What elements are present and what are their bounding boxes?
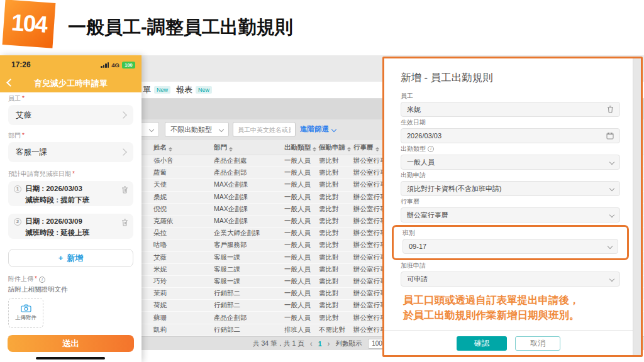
dialog-title: 新增 - 員工出勤規則 (401, 71, 620, 85)
shift-highlight-box: 班別 09-17 (392, 225, 629, 260)
mobile-form-title: 育兒減少工時申請單 (34, 78, 108, 89)
next-page-button[interactable]: › (328, 339, 330, 348)
tab-forms[interactable]: 單 New (143, 84, 170, 96)
cell-department: MAX企劃課 (214, 217, 284, 226)
calendar-select[interactable]: 辦公室行事曆 (401, 207, 620, 222)
cell-attendance-type: 一般人員 (284, 314, 319, 322)
dialog-gutter (633, 58, 641, 355)
date-section-label: 預計申請育兒減班日期* (8, 170, 133, 178)
cell-department: 客服一課 (214, 253, 284, 262)
annotation-text: 員工口頭或透過自訂表單提出申請後， 於員工出勤規則作業新增日期與班別。 (403, 292, 620, 322)
cell-name: 米妮 (142, 265, 214, 274)
cell-attendance-type: 一般人員 (284, 253, 319, 262)
cell-name: 桑妮 (142, 193, 214, 202)
attendance-request-select[interactable]: 須比對打卡資料(不含加班申請) (401, 181, 620, 196)
cell-name: 克羅依 (142, 217, 214, 226)
sort-icon (313, 147, 316, 151)
filter-value: 不限出勤類型 (170, 125, 212, 134)
tab-reports[interactable]: 報表 New (176, 84, 212, 96)
required-asterisk: * (22, 132, 25, 139)
cell-department: 客服二課 (214, 265, 284, 274)
cell-name: 蘿蔔 (142, 168, 214, 177)
dialog-footer: 確認 取消 (384, 330, 633, 351)
cancel-button[interactable]: 取消 (515, 336, 560, 351)
period-value: 減班時段 : 提前下班 (25, 195, 128, 205)
cell-department: 產品企劃部 (214, 314, 284, 322)
overtime-request-select[interactable]: 可申請 (401, 272, 620, 287)
status-time: 17:26 (11, 60, 31, 69)
attendance-type-label: 出勤類型i (401, 145, 620, 153)
attendance-rule-dialog: 新增 - 員工出勤規則 員工 米妮 生效日期 2026/03/03 (382, 57, 643, 357)
trash-icon[interactable] (121, 185, 128, 196)
effective-date-input[interactable]: 2026/03/03 (401, 128, 620, 143)
cell-attendance-type: 一般人員 (284, 277, 319, 286)
cell-leave-request: 需比對 (319, 277, 353, 286)
cell-department: MAX企劃課 (214, 205, 284, 214)
cell-attendance-type: 一般人員 (284, 168, 319, 177)
trash-icon[interactable] (607, 106, 614, 113)
cell-name: 張小音 (142, 156, 214, 165)
info-icon[interactable]: i (39, 277, 45, 283)
upload-label: 上傳附件 (15, 314, 36, 322)
prev-page-button[interactable]: ‹ (310, 339, 313, 348)
shift-select[interactable]: 09-17 (402, 239, 618, 254)
trash-icon[interactable] (121, 217, 128, 229)
column-header-name[interactable]: 姓名 (142, 143, 214, 152)
employee-picker[interactable]: 艾薇 (8, 105, 133, 125)
department-picker[interactable]: 客服一課 (8, 142, 133, 162)
cell-department: MAX企劃課 (214, 180, 284, 189)
employee-field-input[interactable]: 米妮 (401, 102, 620, 117)
current-page[interactable]: 1 (318, 340, 322, 348)
brand-logo-104: 104 (3, 0, 56, 48)
chevron-down-icon (608, 244, 613, 249)
submit-button[interactable]: 送出 (8, 335, 134, 352)
employee-search-input[interactable] (233, 122, 296, 137)
info-icon[interactable]: i (428, 146, 434, 152)
cell-name: 艾薇 (142, 253, 214, 262)
shift-field-label: 班別 (402, 229, 618, 237)
cell-department: 企業大師企劃課 (214, 229, 284, 238)
column-header-department[interactable]: 部門 (214, 143, 284, 152)
cell-leave-request: 需比對 (319, 289, 353, 298)
item-number-badge: 1 (14, 185, 21, 193)
attendance-request-label: 出勤申請 (401, 172, 620, 179)
column-header-attendance-type[interactable]: 出勤類型 (284, 143, 319, 152)
cell-department: MAX企劃課 (214, 193, 284, 202)
chevron-down-icon (609, 277, 614, 282)
chevron-down-icon (609, 186, 614, 191)
calendar-icon[interactable] (606, 132, 614, 140)
department-label: 部門* (8, 132, 133, 140)
sort-icon (375, 147, 379, 151)
date-value: 日期 : 2026/03/03 (25, 184, 82, 194)
slide-canvas: 104 一般員工-調整員工出勤規則 單 New 報表 New 不限出勤類型 (0, 0, 644, 362)
back-icon[interactable] (6, 79, 14, 87)
attendance-type-select[interactable]: 一般人員 (401, 155, 620, 170)
required-asterisk: * (72, 170, 75, 177)
period-value: 減班時段 : 延後上班 (25, 228, 128, 238)
confirm-button[interactable]: 確認 (457, 336, 507, 351)
cell-department: 行銷部二 (214, 289, 284, 298)
cell-leave-request: 需比對 (319, 205, 353, 214)
cell-department: 客服一課 (214, 277, 284, 286)
page-title: 一般員工-調整員工出勤規則 (68, 15, 293, 40)
mobile-app-screenshot: 17:26 4G 100 育兒減少工時申請單 員工* 艾薇 部門* 客服 (0, 55, 142, 362)
upload-attachment-button[interactable]: 上傳附件 (8, 298, 43, 328)
cell-attendance-type: 一般人員 (284, 289, 319, 298)
cell-name: 倪倪 (142, 205, 214, 214)
signal-icon (101, 62, 109, 68)
column-header-leave-request[interactable]: 假勤申請 (319, 143, 353, 152)
reduction-date-card-1: 1 日期 : 2026/03/03 減班時段 : 提前下班 (8, 181, 133, 206)
advanced-filter-label: 進階篩選 (300, 124, 329, 134)
cell-attendance-type: 一般人員 (284, 265, 319, 274)
cell-leave-request: 需比對 (319, 229, 353, 238)
add-date-button[interactable]: + 新增 (8, 249, 133, 267)
cell-attendance-type: 一般人員 (284, 229, 319, 238)
advanced-filter-link[interactable]: 進階篩選 (300, 124, 336, 134)
sort-icon (347, 147, 351, 151)
new-badge: New (154, 86, 170, 94)
chevron-down-icon (331, 126, 336, 131)
pagination-summary: 共 34 筆，共 1 頁 (253, 339, 304, 348)
attendance-type-filter-dropdown[interactable]: 不限出勤類型 (165, 122, 229, 137)
sort-icon (169, 147, 172, 151)
required-asterisk: * (35, 275, 37, 282)
